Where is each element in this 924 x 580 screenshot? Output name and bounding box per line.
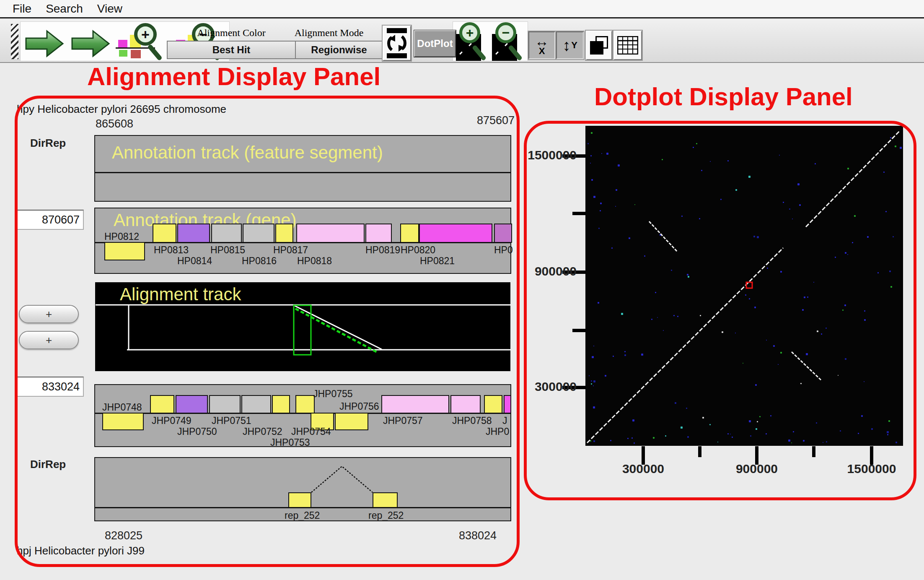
dotplot-match-dot <box>890 286 892 288</box>
dotplot-match-dot <box>802 309 804 311</box>
dotplot-match-dot <box>687 274 688 276</box>
gene-box[interactable] <box>450 395 481 414</box>
gene-label: JHP0756 <box>339 401 379 412</box>
alignment-color-select[interactable]: Best Hit <box>168 42 296 58</box>
gene-label: J <box>502 415 507 427</box>
navigate-right-button[interactable] <box>70 29 111 58</box>
dotplot-match-dot <box>889 270 891 272</box>
gene-box[interactable] <box>381 395 449 414</box>
repeat-track[interactable]: rep_252rep_252 <box>94 457 511 521</box>
bottom-gene-track[interactable]: JHP0748JHP0755JHP0756JHP0749JHP0751JHP07… <box>94 384 511 447</box>
expand-bottom-alignment-button[interactable]: + <box>19 331 79 349</box>
dotplot-button[interactable]: DotPlot <box>414 30 456 57</box>
dotplot-match-dot <box>593 440 595 442</box>
gene-box[interactable] <box>275 224 293 243</box>
dotplot-match-dot <box>701 170 702 171</box>
dotplot-match-dot <box>660 234 661 236</box>
gene-box[interactable] <box>419 224 492 243</box>
gene-label: JHP0755 <box>313 388 353 400</box>
zoom-in-dotplot-button[interactable]: + <box>455 22 490 62</box>
gene-box[interactable] <box>209 395 241 414</box>
menu-view[interactable]: View <box>97 2 122 16</box>
dotplot-match-dot <box>677 316 678 317</box>
gene-box[interactable] <box>484 395 502 414</box>
alignment-mode-select[interactable]: Regionwise <box>296 42 382 58</box>
dotplot-match-dot <box>749 420 751 422</box>
gene-box[interactable] <box>295 395 315 414</box>
windows-button[interactable] <box>586 31 612 60</box>
gene-label: HP0818 <box>297 255 332 267</box>
gene-label: JHP0749 <box>152 415 192 427</box>
inverted-alignment-white <box>295 306 382 349</box>
repeat-label: rep_252 <box>285 510 320 521</box>
gene-box[interactable] <box>153 224 176 243</box>
zoom-in-alignment-button[interactable]: + <box>114 22 168 61</box>
dotplot-match-dot <box>753 236 755 237</box>
dotplot-match-dot <box>681 216 683 217</box>
dotplot-match-dot <box>598 302 599 304</box>
dotplot-canvas[interactable]: 15000009000003000003000009000001500000 <box>585 126 903 446</box>
dotplot-match-dot <box>593 406 595 408</box>
repeat-box[interactable] <box>373 492 398 508</box>
gene-box[interactable] <box>272 395 290 414</box>
dotplot-match-dot <box>804 297 805 298</box>
gene-box[interactable] <box>335 413 368 430</box>
dotplot-match-dot <box>792 218 793 219</box>
inverted-repeat-segment <box>792 352 821 380</box>
gene-label: HP0812 <box>104 231 139 242</box>
menu-search[interactable]: Search <box>46 2 83 16</box>
gene-box[interactable] <box>296 224 365 243</box>
expand-top-alignment-button[interactable]: + <box>19 305 79 323</box>
dotplot-match-dot <box>766 340 767 341</box>
gene-box[interactable] <box>211 224 242 243</box>
dotplot-match-dot <box>601 153 602 154</box>
dotplot-match-dot <box>815 163 816 164</box>
dotplot-match-dot <box>735 189 737 191</box>
dotplot-match-dot <box>591 380 592 382</box>
gene-label: JHP0754 <box>291 426 331 437</box>
fit-y-button[interactable]: ↕ Y <box>556 31 584 59</box>
menu-file[interactable]: File <box>13 2 31 16</box>
y-axis-tick-label: 900000 <box>493 264 577 278</box>
toolbar-drag-handle[interactable] <box>11 24 18 59</box>
dotplot-match-dot <box>806 353 808 355</box>
gene-box[interactable] <box>504 395 511 414</box>
gene-label: JHP0751 <box>212 415 251 427</box>
dotplot-match-dot <box>840 430 841 432</box>
alignment-track[interactable]: Alignment track <box>95 282 510 371</box>
bottom-genome-name: hpj Helicobacter pylori J99 <box>17 544 145 557</box>
feature-segment-track[interactable]: Annotation track (feature segment) <box>94 135 511 202</box>
x-axis-tick-label: 900000 <box>711 462 803 476</box>
dotplot-match-dot <box>789 208 790 210</box>
swap-sequences-button[interactable] <box>383 26 411 61</box>
top-position-field[interactable] <box>16 210 84 230</box>
dotplot-match-dot <box>779 155 780 156</box>
gene-box[interactable] <box>400 224 419 243</box>
dotplot-match-dot <box>662 159 663 160</box>
dotplot-match-dot <box>624 351 626 352</box>
fit-x-button[interactable]: ↔ X <box>528 31 555 59</box>
gene-box[interactable] <box>104 242 145 260</box>
navigate-left-button[interactable] <box>24 29 65 58</box>
repeat-box[interactable] <box>288 492 311 508</box>
dotplot-match-dot <box>845 252 846 254</box>
top-end-coordinate: 875607 <box>435 114 515 127</box>
dotplot-match-dot <box>687 436 689 438</box>
gene-box[interactable] <box>494 224 512 243</box>
dotplot-match-dot <box>895 146 896 147</box>
gene-box[interactable] <box>177 224 210 243</box>
gene-box[interactable] <box>176 395 208 414</box>
gene-box[interactable] <box>102 413 144 430</box>
top-gene-track[interactable]: Annotation track (gene) HP0812HP0813HP08… <box>94 208 511 274</box>
dotplot-match-dot <box>624 354 626 356</box>
gene-box[interactable] <box>150 395 174 414</box>
gene-box[interactable] <box>241 395 271 414</box>
gene-box[interactable] <box>365 224 392 243</box>
dotplot-match-dot <box>847 254 848 255</box>
gene-box[interactable] <box>243 224 274 243</box>
dotplot-match-dot <box>629 237 630 239</box>
bottom-position-field[interactable] <box>16 377 84 397</box>
table-view-button[interactable] <box>613 31 642 60</box>
zoom-out-dotplot-button[interactable]: − <box>491 22 526 62</box>
dotplot-panel-title: Dotplot Display Panel <box>594 82 853 111</box>
